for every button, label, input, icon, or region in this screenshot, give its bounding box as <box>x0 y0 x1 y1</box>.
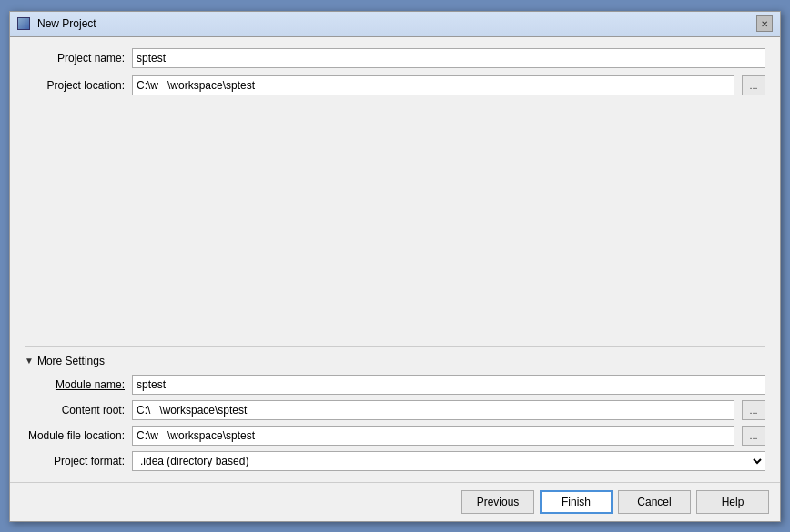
title-bar: New Project ✕ <box>10 12 780 37</box>
dialog-footer: Previous Finish Cancel Help <box>10 482 780 521</box>
project-location-input[interactable] <box>132 75 734 95</box>
cancel-button[interactable]: Cancel <box>618 490 691 514</box>
module-file-location-label: Module file location: <box>25 429 125 442</box>
content-root-label: Content root: <box>25 404 125 417</box>
title-bar-left: New Project <box>17 16 96 31</box>
module-name-row: Module name: <box>25 375 765 395</box>
module-file-location-row: Module file location: ... <box>25 426 765 446</box>
content-area <box>25 103 765 339</box>
more-settings-triangle-icon: ▼ <box>25 356 34 366</box>
project-location-row: Project location: ... <box>25 75 765 95</box>
project-name-row: Project name: <box>25 48 765 68</box>
close-button[interactable]: ✕ <box>756 15 773 32</box>
module-name-label: Module name: <box>25 378 125 391</box>
dialog-body: Project name: Project location: ... ▼ Mo… <box>10 37 780 482</box>
content-root-browse-button[interactable]: ... <box>742 400 765 420</box>
project-location-label: Project location: <box>25 79 125 92</box>
content-root-row: Content root: ... <box>25 400 765 420</box>
project-location-browse-button[interactable]: ... <box>742 75 765 95</box>
new-project-dialog: New Project ✕ Project name: Project loca… <box>9 11 781 522</box>
finish-button[interactable]: Finish <box>540 490 613 514</box>
project-format-select[interactable]: .idea (directory based) Eclipse (.classp… <box>132 451 765 471</box>
more-settings-header[interactable]: ▼ More Settings <box>25 355 765 367</box>
project-name-label: Project name: <box>25 52 125 65</box>
content-root-input[interactable] <box>132 400 734 420</box>
more-settings-section: ▼ More Settings Module name: Content roo… <box>25 346 765 471</box>
more-settings-rows: Module name: Content root: ... Module fi… <box>25 375 765 471</box>
more-settings-label: More Settings <box>37 355 105 367</box>
module-name-input[interactable] <box>132 375 765 395</box>
project-name-input[interactable] <box>132 48 765 68</box>
help-button[interactable]: Help <box>696 490 769 514</box>
project-format-row: Project format: .idea (directory based) … <box>25 451 765 471</box>
previous-button[interactable]: Previous <box>461 490 534 514</box>
dialog-title: New Project <box>37 17 96 30</box>
app-icon <box>17 16 32 31</box>
module-file-location-browse-button[interactable]: ... <box>742 426 765 446</box>
module-file-location-input[interactable] <box>132 426 734 446</box>
project-format-label: Project format: <box>25 455 125 467</box>
